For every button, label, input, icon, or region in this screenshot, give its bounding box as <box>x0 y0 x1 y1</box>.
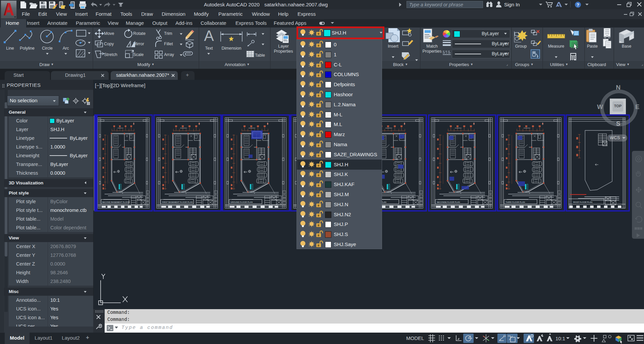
svg-text:?: ? <box>577 2 579 7</box>
svg-text:ROOF FLOOR PLAN: ROOF FLOOR PLAN <box>573 201 592 203</box>
svg-text:10:1: 10:1 <box>555 336 565 341</box>
svg-text:SECONDE FLOOR PLAN: SECONDE FLOOR PLAN <box>437 201 460 203</box>
svg-text:FIRST BASEMENT FLOOR PLAN: FIRST BASEMENT FLOOR PLAN <box>162 201 193 203</box>
svg-text:GROUND FLOOR PLAN: GROUND FLOOR PLAN <box>230 201 253 203</box>
svg-text:A: A <box>204 27 214 44</box>
svg-text:THIRD FLOOR PLAN: THIRD FLOOR PLAN <box>505 201 525 203</box>
svg-text:SECOND BASEMENT FLOOR: SECOND BASEMENT FLOOR <box>102 201 130 203</box>
